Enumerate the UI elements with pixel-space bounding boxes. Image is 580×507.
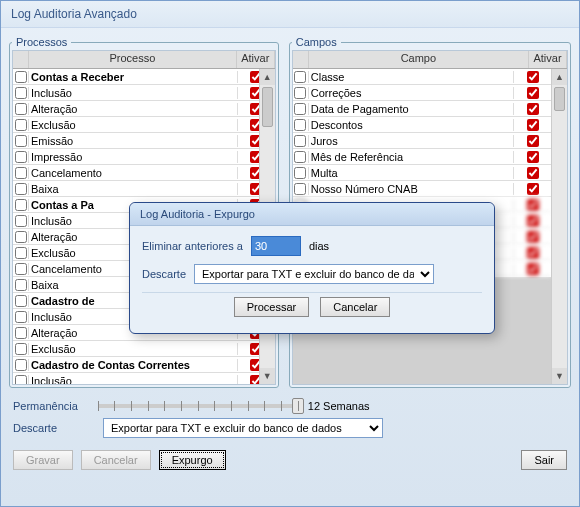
row-label: Data de Pagamento [309, 103, 513, 115]
table-row[interactable]: Exclusão [13, 117, 275, 133]
row-label: Multa [309, 167, 513, 179]
col-campo[interactable]: Campo [309, 51, 529, 68]
row-select-checkbox[interactable] [294, 151, 306, 163]
row-select-checkbox[interactable] [15, 167, 27, 179]
gravar-button[interactable]: Gravar [13, 450, 73, 470]
table-row[interactable]: Correções [293, 85, 551, 101]
ativar-checkbox[interactable] [527, 103, 539, 115]
scroll-thumb[interactable] [554, 87, 565, 111]
row-select-checkbox[interactable] [15, 375, 27, 386]
ativar-checkbox[interactable] [527, 167, 539, 179]
row-select-checkbox[interactable] [294, 183, 306, 195]
ativar-checkbox[interactable] [527, 119, 539, 131]
col-ativar[interactable]: Ativar [237, 51, 275, 68]
row-select-checkbox[interactable] [15, 199, 27, 211]
dias-suffix: dias [309, 240, 329, 252]
ativar-checkbox[interactable] [527, 135, 539, 147]
row-select-checkbox[interactable] [15, 87, 27, 99]
row-select-checkbox[interactable] [15, 119, 27, 131]
ativar-checkbox[interactable] [527, 183, 539, 195]
campos-header: Campo Ativar [293, 51, 567, 69]
table-row[interactable]: Emissão [13, 133, 275, 149]
row-select-checkbox[interactable] [15, 295, 27, 307]
permanencia-slider[interactable] [98, 404, 298, 408]
row-select-checkbox[interactable] [15, 231, 27, 243]
row-select-checkbox[interactable] [15, 71, 27, 83]
row-select-checkbox[interactable] [15, 215, 27, 227]
table-row[interactable]: Baixa [13, 181, 275, 197]
processar-button[interactable]: Processar [234, 297, 310, 317]
descarte-label: Descarte [13, 422, 93, 434]
row-select-checkbox[interactable] [15, 151, 27, 163]
row-select-checkbox[interactable] [15, 263, 27, 275]
col-ativar-campos[interactable]: Ativar [529, 51, 567, 68]
row-select-checkbox[interactable] [15, 103, 27, 115]
row-select-checkbox[interactable] [294, 119, 306, 131]
row-select-checkbox[interactable] [294, 167, 306, 179]
expurgo-dialog: Log Auditoria - Expurgo Eliminar anterio… [129, 202, 495, 334]
row-label: Exclusão [29, 343, 237, 355]
ativar-checkbox[interactable] [527, 87, 539, 99]
descarte-select[interactable]: Exportar para TXT e excluir do banco de … [103, 418, 383, 438]
row-label: Descontos [309, 119, 513, 131]
table-row[interactable]: Exclusão [13, 341, 275, 357]
row-select-checkbox[interactable] [15, 343, 27, 355]
processos-legend: Processos [12, 36, 71, 48]
row-label: Classe [309, 71, 513, 83]
row-select-checkbox[interactable] [294, 135, 306, 147]
table-row[interactable]: Multa [293, 165, 551, 181]
cancelar-button[interactable]: Cancelar [81, 450, 151, 470]
table-row[interactable]: Impressão [13, 149, 275, 165]
expurgo-button[interactable]: Expurgo [159, 450, 226, 470]
row-label: Cancelamento [29, 167, 237, 179]
ativar-checkbox[interactable] [527, 71, 539, 83]
table-row[interactable]: Inclusão [13, 85, 275, 101]
main-window: Log Auditoria Avançado Processos Process… [0, 0, 580, 507]
table-row[interactable]: Contas a Receber [13, 69, 275, 85]
permanencia-label: Permanência [13, 400, 78, 412]
modal-cancelar-button[interactable]: Cancelar [320, 297, 390, 317]
table-row[interactable]: Inclusão [13, 373, 275, 385]
sair-button[interactable]: Sair [521, 450, 567, 470]
table-row[interactable]: Mês de Referência [293, 149, 551, 165]
scroll-thumb[interactable] [262, 87, 273, 127]
row-select-checkbox[interactable] [15, 183, 27, 195]
ativar-checkbox[interactable] [527, 151, 539, 163]
row-select-checkbox[interactable] [15, 247, 27, 259]
table-row[interactable]: Data de Pagamento [293, 101, 551, 117]
table-row[interactable]: Descontos [293, 117, 551, 133]
row-select-checkbox[interactable] [294, 103, 306, 115]
row-select-checkbox[interactable] [15, 279, 27, 291]
table-row[interactable]: Juros [293, 133, 551, 149]
table-row[interactable]: Cancelamento [13, 165, 275, 181]
row-select-checkbox[interactable] [294, 71, 306, 83]
col-processo[interactable]: Processo [29, 51, 237, 68]
modal-descarte-select[interactable]: Exportar para TXT e excluir do banco de … [194, 264, 434, 284]
eliminar-label: Eliminar anteriores a [142, 240, 243, 252]
row-label: Inclusão [29, 87, 237, 99]
scroll-up-icon[interactable]: ▲ [260, 69, 275, 85]
row-label: Cadastro de Contas Correntes [29, 359, 237, 371]
table-row[interactable]: Alteração [13, 101, 275, 117]
campos-legend: Campos [292, 36, 341, 48]
row-label: Mês de Referência [309, 151, 513, 163]
row-label: Juros [309, 135, 513, 147]
scroll-down-icon[interactable]: ▼ [552, 368, 567, 384]
table-row[interactable]: Nosso Número CNAB [293, 181, 551, 197]
row-select-checkbox[interactable] [15, 359, 27, 371]
row-select-checkbox[interactable] [15, 311, 27, 323]
modal-descarte-label: Descarte [142, 268, 186, 280]
row-label: Impressão [29, 151, 237, 163]
row-label: Alteração [29, 103, 237, 115]
row-select-checkbox[interactable] [15, 135, 27, 147]
row-select-checkbox[interactable] [294, 87, 306, 99]
campos-scrollbar[interactable]: ▲ ▼ [551, 69, 567, 384]
dias-input[interactable] [251, 236, 301, 256]
scroll-up-icon[interactable]: ▲ [552, 69, 567, 85]
row-select-checkbox[interactable] [15, 327, 27, 339]
table-row[interactable]: Cadastro de Contas Correntes [13, 357, 275, 373]
table-row[interactable]: Classe [293, 69, 551, 85]
row-label: Contas a Receber [29, 71, 237, 83]
scroll-down-icon[interactable]: ▼ [260, 368, 275, 384]
processos-header: Processo Ativar [13, 51, 275, 69]
